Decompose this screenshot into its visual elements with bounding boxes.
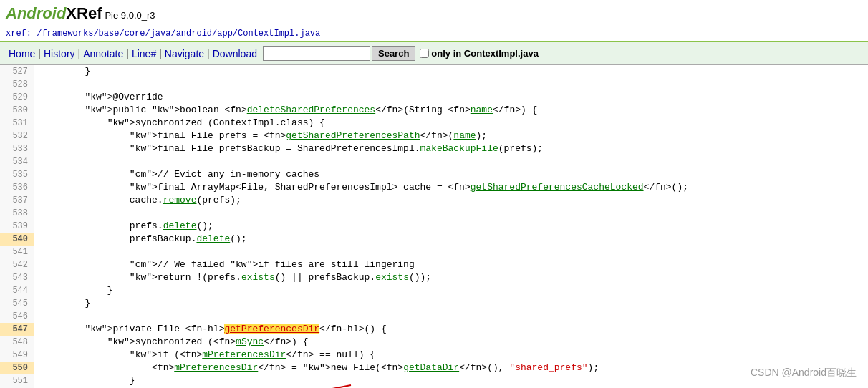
line-number[interactable]: 540 (0, 233, 34, 246)
line-code: } (34, 297, 868, 310)
table-row: 531 "kw">synchronized (ContextImpl.class… (0, 117, 868, 130)
line-code: "kw">return !(prefs.exists() || prefsBac… (34, 271, 868, 284)
table-row: 533 "kw">final File prefsBackup = Shared… (0, 142, 868, 155)
header: Android XRef Pie 9.0.0_r3 (0, 0, 868, 26)
table-row: 528 (0, 78, 868, 91)
line-number[interactable]: 530 (0, 104, 34, 117)
line-code (34, 78, 868, 91)
table-row: 551 } (0, 374, 868, 387)
line-number[interactable]: 547 (0, 323, 34, 336)
nav-download[interactable]: Download (210, 48, 260, 59)
line-number[interactable]: 551 (0, 374, 34, 387)
nav-navigate[interactable]: Navigate (162, 48, 207, 59)
line-code: prefs.delete(); (34, 220, 868, 233)
table-row: 547 "kw">private File <fn-hl>getPreferen… (0, 323, 868, 336)
line-code (34, 310, 868, 323)
line-number[interactable]: 539 (0, 220, 34, 233)
table-row: 550 <fn>mPreferencesDir</fn> = "kw">new … (0, 362, 868, 374)
line-number[interactable]: 545 (0, 297, 34, 310)
breadcrumb-text: xref: /frameworks/base/core/java/android… (6, 29, 320, 39)
line-number[interactable]: 548 (0, 336, 34, 349)
table-row: 542 "cm">// We failed "kw">if files are … (0, 258, 868, 271)
table-row: 540 prefsBackup.delete(); (0, 233, 868, 246)
line-code: } (34, 65, 868, 78)
logo: Android XRef Pie 9.0.0_r3 (6, 4, 155, 23)
code-area: 527 }528529 "kw">@Override530 "kw">publi… (0, 65, 868, 388)
line-code: "kw">@Override (34, 91, 868, 104)
line-code: "kw">public "kw">boolean <fn>deleteShare… (34, 104, 868, 117)
only-in-file-label: only in ContextImpl.java (431, 48, 539, 59)
line-number[interactable]: 535 (0, 168, 34, 181)
line-number[interactable]: 543 (0, 271, 34, 284)
line-code: "kw">private File <fn-hl>getPreferencesD… (34, 323, 868, 336)
line-number[interactable]: 549 (0, 349, 34, 362)
table-row: 549 "kw">if (<fn>mPreferencesDir</fn> ==… (0, 349, 868, 362)
breadcrumb: xref: /frameworks/base/core/java/android… (0, 26, 868, 42)
line-code: "kw">final File prefs = <fn>getSharedPre… (34, 130, 868, 142)
line-code: "cm">// Evict any in-memory caches (34, 168, 868, 181)
line-code: } (34, 284, 868, 297)
logo-version: Pie 9.0.0_r3 (105, 10, 155, 21)
table-row: 532 "kw">final File prefs = <fn>getShare… (0, 130, 868, 142)
nav-history[interactable]: History (41, 48, 78, 59)
logo-android: Android (6, 4, 66, 23)
line-number[interactable]: 537 (0, 194, 34, 207)
line-code: "cm">// We failed "kw">if files are stil… (34, 258, 868, 271)
line-code (34, 207, 868, 220)
table-row: 543 "kw">return !(prefs.exists() || pref… (0, 271, 868, 284)
line-code: } (34, 374, 868, 387)
line-code (34, 155, 868, 168)
table-row: 539 prefs.delete(); (0, 220, 868, 233)
nav-home[interactable]: Home (6, 48, 38, 59)
table-row: 544 } (0, 284, 868, 297)
line-number[interactable]: 536 (0, 181, 34, 194)
line-number[interactable]: 541 (0, 246, 34, 258)
line-code: <fn>mPreferencesDir</fn> = "kw">new File… (34, 362, 868, 374)
line-number[interactable]: 533 (0, 142, 34, 155)
table-row: 541 (0, 246, 868, 258)
table-row: 537 cache.remove(prefs); (0, 194, 868, 207)
line-number[interactable]: 546 (0, 310, 34, 323)
watermark: CSDN @Android百晓生 (751, 367, 857, 379)
line-code: "kw">synchronized (<fn>mSync</fn>) { (34, 336, 868, 349)
line-code: "kw">final File prefsBackup = SharedPref… (34, 142, 868, 155)
table-row: 534 (0, 155, 868, 168)
navbar: Home | History | Annotate | Line# | Navi… (0, 42, 868, 65)
only-in-file-checkbox[interactable] (420, 49, 429, 58)
line-number[interactable]: 538 (0, 207, 34, 220)
search-input[interactable] (263, 46, 370, 61)
table-row: 530 "kw">public "kw">boolean <fn>deleteS… (0, 104, 868, 117)
line-number[interactable]: 531 (0, 117, 34, 130)
table-row: 546 (0, 310, 868, 323)
nav-lineno[interactable]: Line# (129, 48, 159, 59)
table-row: 535 "cm">// Evict any in-memory caches (0, 168, 868, 181)
table-row: 529 "kw">@Override (0, 91, 868, 104)
table-row: 536 "kw">final ArrayMap<File, SharedPref… (0, 181, 868, 194)
table-row: 548 "kw">synchronized (<fn>mSync</fn>) { (0, 336, 868, 349)
line-number[interactable]: 534 (0, 155, 34, 168)
table-row: 538 (0, 207, 868, 220)
line-number[interactable]: 544 (0, 284, 34, 297)
nav-annotate[interactable]: Annotate (80, 48, 126, 59)
table-row: 545 } (0, 297, 868, 310)
line-code: "kw">synchronized (ContextImpl.class) { (34, 117, 868, 130)
code-lines: 527 }528529 "kw">@Override530 "kw">publi… (0, 65, 868, 388)
line-number[interactable]: 550 (0, 362, 34, 374)
table-row: 527 } (0, 65, 868, 78)
line-code: "kw">final ArrayMap<File, SharedPreferen… (34, 181, 868, 194)
line-code: "kw">if (<fn>mPreferencesDir</fn> == nul… (34, 349, 868, 362)
line-number[interactable]: 542 (0, 258, 34, 271)
line-number[interactable]: 528 (0, 78, 34, 91)
line-number[interactable]: 532 (0, 130, 34, 142)
search-button[interactable]: Search (372, 46, 415, 61)
line-number[interactable]: 529 (0, 91, 34, 104)
line-code: cache.remove(prefs); (34, 194, 868, 207)
line-code (34, 246, 868, 258)
line-code: prefsBackup.delete(); (34, 233, 868, 246)
line-number[interactable]: 527 (0, 65, 34, 78)
logo-xref: XRef (66, 4, 102, 23)
